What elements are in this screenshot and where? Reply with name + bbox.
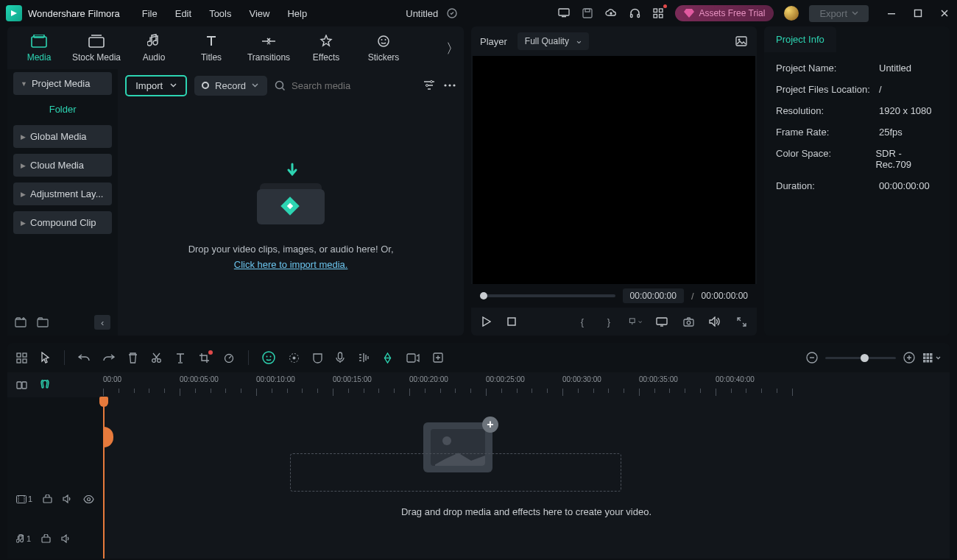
svg-point-45 [293, 356, 296, 359]
voiceover-icon[interactable] [336, 352, 345, 364]
redo-icon[interactable] [103, 353, 115, 362]
save-icon[interactable] [581, 7, 594, 20]
import-button[interactable]: Import [125, 75, 187, 96]
tab-media[interactable]: Media [10, 33, 68, 63]
import-media-link[interactable]: Click here to import media. [234, 259, 348, 270]
svg-point-28 [738, 39, 741, 41]
track-lock-icon[interactable] [41, 534, 51, 543]
player-progress-bar[interactable] [480, 294, 615, 297]
svg-rect-59 [930, 360, 933, 363]
new-bin-icon[interactable] [15, 317, 27, 327]
audio-track-icon: 1 [16, 534, 31, 544]
crop-icon[interactable] [199, 352, 210, 364]
mask-icon[interactable] [313, 352, 322, 364]
cloud-icon[interactable] [604, 7, 618, 20]
speed-icon[interactable] [223, 352, 235, 363]
filter-icon[interactable] [423, 79, 436, 92]
apps-icon[interactable] [651, 7, 665, 20]
tab-transitions[interactable]: Transitions [240, 33, 297, 63]
device-icon[interactable] [557, 7, 571, 20]
document-title: Untitled [406, 8, 438, 19]
quality-select[interactable]: Full Quality [518, 32, 589, 50]
ruler-label: 00:00:35:00 [639, 375, 716, 383]
timeline-drop-outline[interactable] [290, 453, 621, 492]
marker-add-icon[interactable] [433, 352, 443, 363]
collapse-sidebar-icon[interactable]: ‹ [94, 315, 110, 330]
sidebar-global-media[interactable]: ▶Global Media [13, 125, 112, 148]
menu-view[interactable]: View [249, 8, 269, 19]
maximize-icon[interactable] [911, 7, 925, 20]
color-icon[interactable] [289, 352, 300, 364]
delete-icon[interactable] [128, 352, 138, 364]
sync-status-icon[interactable] [445, 7, 459, 20]
timeline-ruler[interactable]: 00:0000:00:05:0000:00:10:0000:00:15:0000… [103, 372, 950, 397]
stop-icon[interactable] [505, 315, 518, 328]
menu-file[interactable]: File [142, 8, 158, 19]
tab-stock-media[interactable]: Stock Media [68, 33, 125, 63]
keyframe-icon[interactable] [382, 352, 393, 364]
menu-help[interactable]: Help [287, 8, 307, 19]
tab-audio[interactable]: Audio [125, 33, 183, 63]
ruler-label: 00:00:15:00 [333, 375, 409, 383]
mark-in-icon[interactable]: { [576, 315, 589, 328]
timeline-view-icon[interactable] [922, 352, 941, 363]
sidebar-adjustment-layer[interactable]: ▶Adjustment Lay... [13, 182, 112, 205]
track-manager-icon[interactable] [16, 352, 27, 364]
display-icon[interactable] [655, 315, 668, 328]
more-icon[interactable] [443, 79, 456, 92]
tab-stickers[interactable]: Stickers [355, 33, 412, 63]
play-icon[interactable] [480, 315, 493, 328]
assets-trial-button[interactable]: Assets Free Trial [675, 5, 774, 21]
tab-effects[interactable]: Effects [297, 33, 355, 63]
timeline-playhead[interactable] [103, 397, 105, 559]
track-mute-icon[interactable] [61, 534, 71, 543]
track-mute-icon[interactable] [63, 495, 73, 503]
tab-project-info[interactable]: Project Info [764, 26, 836, 52]
cursor-tool-icon[interactable] [40, 352, 51, 364]
zoom-slider[interactable] [825, 357, 896, 359]
svg-point-42 [266, 356, 268, 358]
audio-adjust-icon[interactable] [358, 352, 369, 363]
timeline-magnet-icon[interactable] [39, 380, 51, 390]
search-media-input[interactable] [292, 80, 415, 91]
render-icon[interactable] [406, 353, 420, 363]
undo-icon[interactable] [78, 353, 90, 362]
svg-rect-55 [927, 357, 930, 360]
sidebar-folder[interactable]: Folder [7, 98, 118, 122]
camera-icon[interactable] [682, 315, 695, 328]
player-label: Player [480, 36, 507, 47]
record-dot-icon [202, 82, 209, 89]
timeline-link-icon[interactable] [16, 380, 27, 391]
sidebar-cloud-media[interactable]: ▶Cloud Media [13, 154, 112, 177]
close-icon[interactable] [938, 7, 951, 20]
record-button[interactable]: Record [194, 76, 267, 96]
volume-icon[interactable] [708, 315, 721, 328]
sidebar-compound-clip[interactable]: ▶Compound Clip [13, 211, 112, 234]
tab-titles[interactable]: Titles [183, 33, 240, 63]
menu-tools[interactable]: Tools [209, 8, 231, 19]
headphones-icon[interactable] [628, 7, 641, 20]
media-dropzone[interactable]: Drop your video clips, images, or audio … [118, 102, 464, 336]
user-avatar[interactable] [784, 6, 799, 21]
mark-out-icon[interactable]: } [602, 315, 615, 328]
ai-tools-icon[interactable] [262, 351, 275, 364]
text-icon[interactable] [175, 352, 186, 364]
timeline-tracks-area[interactable]: + Drag and drop media and effects here t… [103, 397, 950, 559]
minimize-icon[interactable] [885, 7, 898, 20]
export-button[interactable]: Export [809, 5, 869, 22]
split-icon[interactable] [151, 352, 162, 364]
fullscreen-icon[interactable] [735, 315, 748, 328]
sidebar-project-media[interactable]: ▼Project Media [13, 72, 112, 95]
zoom-out-icon[interactable] [806, 352, 818, 364]
zoom-in-icon[interactable] [903, 352, 915, 364]
marker-icon[interactable] [629, 315, 642, 328]
track-lock-icon[interactable] [43, 495, 52, 503]
timeline-marker-handle[interactable] [104, 427, 113, 447]
folder-icon[interactable] [37, 317, 49, 327]
player-viewport[interactable] [473, 56, 755, 284]
snapshot-settings-icon[interactable] [735, 35, 748, 48]
menu-edit[interactable]: Edit [175, 8, 191, 19]
tabs-scroll-right-icon[interactable]: 〉 [446, 40, 459, 57]
add-media-plus-icon[interactable]: + [482, 417, 498, 433]
track-visibility-icon[interactable] [83, 495, 94, 503]
